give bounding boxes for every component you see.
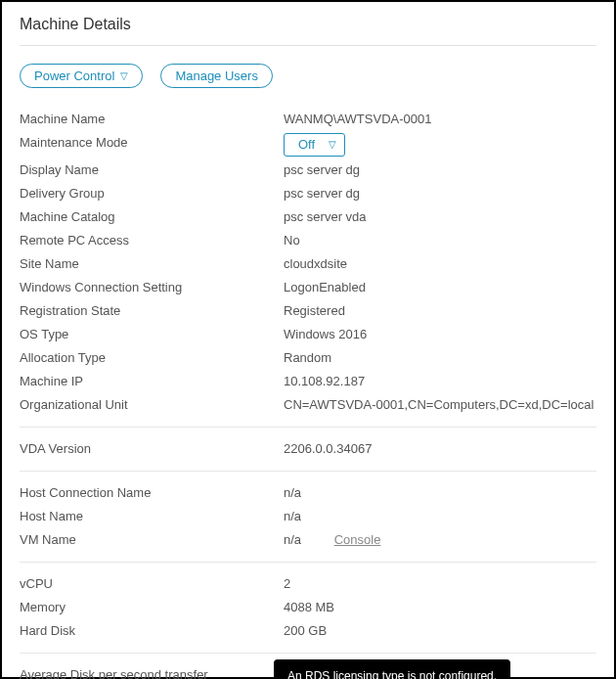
value-os-type: Windows 2016 bbox=[284, 325, 596, 344]
value-machine-ip: 10.108.92.187 bbox=[284, 372, 596, 391]
manage-users-button[interactable]: Manage Users bbox=[160, 64, 273, 88]
label-ou: Organizational Unit bbox=[20, 395, 274, 415]
section-divider bbox=[20, 562, 596, 563]
label-alloc-type: Allocation Type bbox=[20, 348, 274, 368]
label-machine-catalog: Machine Catalog bbox=[20, 207, 274, 227]
label-host-conn: Host Connection Name bbox=[20, 483, 274, 503]
label-machine-ip: Machine IP bbox=[20, 372, 274, 391]
power-control-button[interactable]: Power Control ▽ bbox=[20, 64, 143, 88]
value-host-conn: n/a bbox=[284, 483, 596, 503]
label-maintenance-mode: Maintenance Mode bbox=[20, 133, 274, 157]
section-divider bbox=[20, 653, 596, 654]
chevron-down-icon: ▽ bbox=[329, 135, 336, 155]
value-avg-disk: An RDS licensing type is not configured. bbox=[284, 665, 596, 679]
label-vm-name: VM Name bbox=[20, 530, 274, 550]
value-delivery-group: psc server dg bbox=[284, 184, 596, 204]
details-grid: Machine Name WANMQ\AWTSVDA-0001 Maintena… bbox=[20, 110, 596, 679]
value-reg-state: Registered bbox=[284, 301, 596, 321]
label-vda-version: VDA Version bbox=[20, 439, 274, 459]
value-alloc-type: Random bbox=[284, 348, 596, 368]
rds-tooltip: An RDS licensing type is not configured. bbox=[274, 659, 510, 679]
value-memory: 4088 MB bbox=[284, 598, 596, 617]
value-display-name: psc server dg bbox=[284, 160, 596, 180]
value-vda-version: 2206.0.0.34067 bbox=[284, 439, 596, 459]
label-site-name: Site Name bbox=[20, 254, 274, 274]
label-os-type: OS Type bbox=[20, 325, 274, 344]
value-vcpu: 2 bbox=[284, 574, 596, 594]
label-avg-disk: Average Disk per second transfer bbox=[20, 665, 274, 679]
label-memory: Memory bbox=[20, 598, 274, 617]
label-remote-pc: Remote PC Access bbox=[20, 231, 274, 250]
value-ou: CN=AWTSVDA-0001,CN=Computers,DC=xd,DC=lo… bbox=[284, 395, 596, 415]
value-host-name: n/a bbox=[284, 507, 596, 526]
label-display-name: Display Name bbox=[20, 160, 274, 180]
value-vm-name: n/a Console bbox=[284, 530, 596, 550]
section-divider bbox=[20, 471, 596, 472]
maintenance-mode-value: Off bbox=[298, 135, 315, 155]
label-vcpu: vCPU bbox=[20, 574, 274, 594]
label-host-name: Host Name bbox=[20, 507, 274, 526]
value-hard-disk: 200 GB bbox=[284, 621, 596, 641]
value-machine-catalog: psc server vda bbox=[284, 207, 596, 227]
chevron-down-icon: ▽ bbox=[120, 70, 128, 81]
label-hard-disk: Hard Disk bbox=[20, 621, 274, 641]
divider bbox=[20, 45, 596, 46]
action-bar: Power Control ▽ Manage Users bbox=[20, 64, 596, 88]
label-machine-name: Machine Name bbox=[20, 110, 274, 129]
value-win-conn: LogonEnabled bbox=[284, 278, 596, 297]
label-delivery-group: Delivery Group bbox=[20, 184, 274, 204]
section-divider bbox=[20, 427, 596, 428]
power-control-label: Power Control bbox=[34, 68, 114, 83]
page-title: Machine Details bbox=[20, 16, 596, 33]
value-site-name: cloudxdsite bbox=[284, 254, 596, 274]
console-link[interactable]: Console bbox=[334, 532, 381, 547]
label-win-conn: Windows Connection Setting bbox=[20, 278, 274, 297]
maintenance-mode-select[interactable]: Off ▽ bbox=[284, 133, 345, 157]
value-machine-name: WANMQ\AWTSVDA-0001 bbox=[284, 110, 596, 129]
value-remote-pc: No bbox=[284, 231, 596, 250]
label-reg-state: Registration State bbox=[20, 301, 274, 321]
manage-users-label: Manage Users bbox=[175, 68, 258, 83]
